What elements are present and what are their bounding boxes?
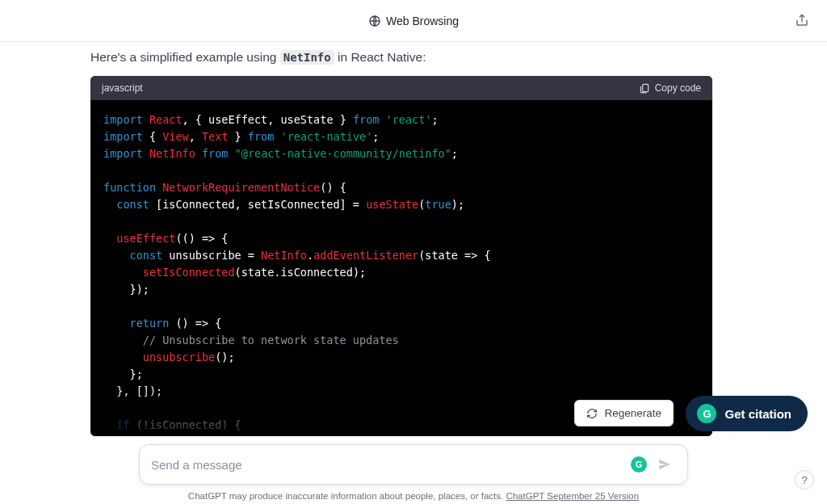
composer: G — [139, 444, 688, 485]
globe-icon — [368, 15, 381, 27]
topbar: Web Browsing — [0, 0, 827, 42]
grammarly-indicator-icon[interactable]: G — [631, 456, 647, 472]
codeblock: javascript Copy code import React, { use… — [90, 76, 712, 436]
help-label: ? — [801, 474, 807, 486]
version-link[interactable]: ChatGPT September 25 Version — [506, 491, 639, 501]
intro-text: Here's a simplified example using NetInf… — [90, 50, 712, 65]
message-input[interactable] — [151, 458, 631, 472]
code-language-label: javascript — [102, 82, 143, 94]
code-content[interactable]: import React, { useEffect, useState } fr… — [90, 100, 712, 436]
assistant-message: Here's a simplified example using NetInf… — [90, 42, 737, 436]
copy-code-button[interactable]: Copy code — [639, 82, 701, 94]
model-label: Web Browsing — [386, 15, 459, 27]
send-button[interactable] — [653, 453, 676, 476]
regenerate-label: Regenerate — [604, 407, 661, 419]
svg-rect-1 — [642, 84, 648, 91]
clipboard-icon — [639, 82, 650, 94]
get-citation-button[interactable]: G Get citation — [686, 396, 808, 431]
inline-code: NetInfo — [280, 50, 334, 65]
share-button[interactable] — [795, 13, 809, 27]
intro-suffix: in React Native: — [334, 50, 426, 64]
intro-prefix: Here's a simplified example using — [90, 50, 280, 64]
disclaimer-text: ChatGPT may produce inaccurate informati… — [188, 491, 506, 501]
get-citation-label: Get citation — [724, 407, 791, 421]
grammarly-badge-icon: G — [697, 404, 716, 423]
model-selector[interactable]: Web Browsing — [368, 15, 459, 27]
help-button[interactable]: ? — [795, 470, 814, 489]
refresh-icon — [586, 408, 598, 419]
footer-disclaimer: ChatGPT may produce inaccurate informati… — [0, 491, 827, 501]
codeblock-header: javascript Copy code — [90, 76, 712, 100]
copy-code-label: Copy code — [655, 82, 701, 94]
regenerate-button[interactable]: Regenerate — [574, 400, 674, 426]
